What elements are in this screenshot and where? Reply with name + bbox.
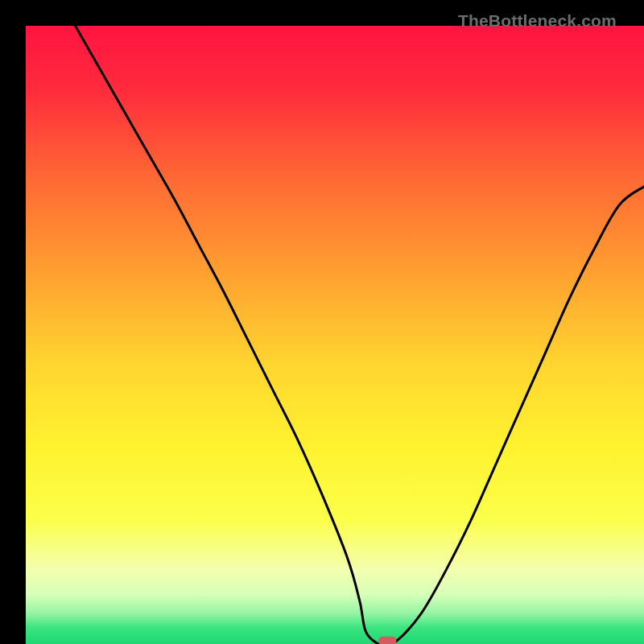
optimal-marker bbox=[378, 637, 396, 644]
bottleneck-chart bbox=[26, 26, 644, 644]
chart-frame: TheBottleneck.com bbox=[0, 0, 644, 644]
watermark-text: TheBottleneck.com bbox=[458, 11, 617, 31]
gradient-background bbox=[26, 26, 644, 644]
